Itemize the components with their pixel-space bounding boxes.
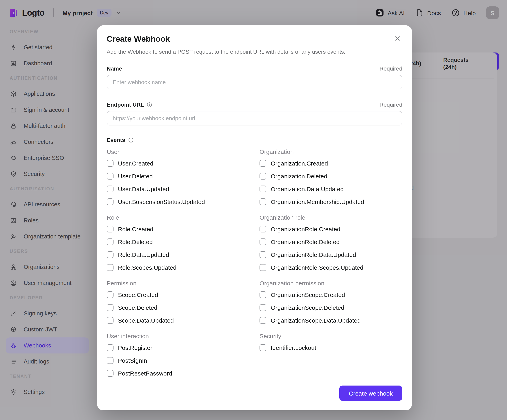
event-checkbox-row-identifier-lockout: Identifier.Lockout [260,341,402,354]
events-column-1: UserUser.CreatedUser.DeletedUser.Data.Up… [107,148,254,385]
event-checkbox-label: Organization.Deleted [271,172,327,179]
event-checkbox-row-organizationrole-deleted: OrganizationRole.Deleted [260,235,402,248]
checkbox-postsignin[interactable] [107,357,113,364]
event-checkbox-label: OrganizationRole.Data.Updated [271,251,356,258]
event-checkbox-row-postregister: PostRegister [107,341,254,354]
endpoint-url-input[interactable] [107,111,402,125]
event-checkbox-row-user-suspensionstatus-updated: User.SuspensionStatus.Updated [107,195,254,208]
event-group-header: Organization role [260,213,402,222]
event-checkbox-row-organization-data-updated: Organization.Data.Updated [260,182,402,195]
checkbox-organizationrole-scopes-updated[interactable] [260,264,266,271]
checkbox-organization-data-updated[interactable] [260,185,266,192]
event-checkbox-label: Role.Deleted [118,238,153,245]
events-label: Events [107,137,125,143]
checkbox-user-deleted[interactable] [107,172,113,179]
checkbox-role-data-updated[interactable] [107,251,113,258]
event-group-user: UserUser.CreatedUser.DeletedUser.Data.Up… [107,148,254,208]
event-checkbox-label: OrganizationRole.Deleted [271,238,340,245]
checkbox-role-created[interactable] [107,225,113,232]
modal-description: Add the Webhook to send a POST request t… [107,48,402,56]
event-checkbox-label: Scope.Deleted [118,304,157,311]
checkbox-role-scopes-updated[interactable] [107,264,113,271]
event-checkbox-row-scope-created: Scope.Created [107,288,254,301]
event-checkbox-row-scope-data-updated: Scope.Data.Updated [107,314,254,327]
close-icon[interactable] [394,34,401,42]
name-required-label: Required [380,65,402,72]
event-checkbox-row-organizationscope-deleted: OrganizationScope.Deleted [260,301,402,314]
event-checkbox-row-user-deleted: User.Deleted [107,170,254,182]
event-checkbox-label: OrganizationRole.Created [271,225,340,232]
event-checkbox-label: Scope.Data.Updated [118,317,174,324]
event-checkbox-label: Identifier.Lockout [271,344,316,351]
event-checkbox-row-organization-membership-updated: Organization.Membership.Updated [260,195,402,208]
event-checkbox-label: Organization.Membership.Updated [271,198,364,205]
modal-header: Create Webhook [107,33,402,44]
event-checkbox-row-role-created: Role.Created [107,222,254,235]
event-group-header: Security [260,332,402,340]
event-group-header: Organization permission [260,279,402,287]
event-checkbox-label: User.Created [118,160,153,166]
event-checkbox-row-user-data-updated: User.Data.Updated [107,182,254,195]
events-section-row: Events [107,136,402,144]
checkbox-organization-deleted[interactable] [260,172,266,179]
checkbox-organization-membership-updated[interactable] [260,198,266,205]
checkbox-organizationscope-data-updated[interactable] [260,317,266,324]
event-checkbox-label: PostRegister [118,344,152,351]
event-group-header: Organization [260,148,402,156]
event-group-user-interaction: User interactionPostRegisterPostSignInPo… [107,332,254,379]
event-checkbox-row-organizationscope-created: OrganizationScope.Created [260,288,402,301]
checkbox-organizationscope-created[interactable] [260,291,266,298]
url-field-label: Endpoint URL [107,101,144,108]
event-checkbox-row-user-created: User.Created [107,157,254,170]
event-checkbox-label: Role.Data.Updated [118,251,169,258]
event-checkbox-row-organizationrole-scopes-updated: OrganizationRole.Scopes.Updated [260,261,402,274]
event-group-organization-permission: Organization permissionOrganizationScope… [260,279,402,327]
event-checkbox-row-role-scopes-updated: Role.Scopes.Updated [107,261,254,274]
checkbox-postregister[interactable] [107,344,113,351]
event-checkbox-row-scope-deleted: Scope.Deleted [107,301,254,314]
create-webhook-submit-button[interactable]: Create webhook [339,386,402,401]
checkbox-organizationrole-data-updated[interactable] [260,251,266,258]
modal-title: Create Webhook [107,33,170,44]
checkbox-organizationscope-deleted[interactable] [260,304,266,311]
event-group-header: Permission [107,279,254,287]
event-checkbox-row-organization-deleted: Organization.Deleted [260,170,402,182]
info-icon[interactable] [147,102,153,108]
name-field-row: Name Required [107,64,402,73]
event-group-security: SecurityIdentifier.Lockout [260,332,402,354]
create-webhook-modal: Create Webhook Add the Webhook to send a… [97,25,412,410]
checkbox-identifier-lockout[interactable] [260,344,266,351]
checkbox-organizationrole-deleted[interactable] [260,238,266,245]
event-checkbox-row-postsignin: PostSignIn [107,354,254,367]
event-group-role: RoleRole.CreatedRole.DeletedRole.Data.Up… [107,213,254,274]
event-checkbox-label: User.Data.Updated [118,185,169,192]
event-checkbox-label: User.SuspensionStatus.Updated [118,198,205,205]
checkbox-scope-created[interactable] [107,291,113,298]
event-checkbox-label: Role.Scopes.Updated [118,264,176,271]
checkbox-user-data-updated[interactable] [107,185,113,192]
event-checkbox-row-organization-created: Organization.Created [260,157,402,170]
event-group-permission: PermissionScope.CreatedScope.DeletedScop… [107,279,254,327]
url-required-label: Required [380,101,402,108]
checkbox-organizationrole-created[interactable] [260,225,266,232]
event-checkbox-label: OrganizationScope.Data.Updated [271,317,361,324]
event-group-header: Role [107,213,254,222]
checkbox-role-deleted[interactable] [107,238,113,245]
checkbox-scope-data-updated[interactable] [107,317,113,324]
url-field-row: Endpoint URL Required [107,101,402,109]
checkbox-scope-deleted[interactable] [107,304,113,311]
checkbox-user-created[interactable] [107,160,113,166]
webhook-name-input[interactable] [107,75,402,89]
checkbox-user-suspensionstatus-updated[interactable] [107,198,113,205]
event-checkbox-label: Organization.Created [271,160,328,166]
info-icon[interactable] [128,137,134,143]
checkbox-organization-created[interactable] [260,160,266,166]
event-checkbox-label: Role.Created [118,225,153,232]
checkbox-postresetpassword[interactable] [107,370,113,377]
event-group-header: User interaction [107,332,254,340]
event-checkbox-row-organizationscope-data-updated: OrganizationScope.Data.Updated [260,314,402,327]
event-checkbox-label: PostSignIn [118,357,147,364]
name-field-label: Name [107,65,122,72]
event-checkbox-label: Organization.Data.Updated [271,185,344,192]
event-checkbox-label: Scope.Created [118,291,158,298]
